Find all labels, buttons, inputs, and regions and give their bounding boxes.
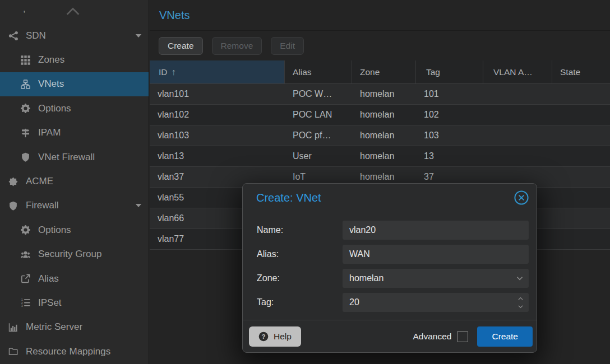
column-header-label: VLAN A… — [493, 67, 533, 77]
signpost-icon — [19, 128, 32, 138]
sidebar-item-sdn[interactable]: SDN — [0, 24, 149, 48]
shield-icon — [7, 201, 20, 211]
sidebar-item-acme[interactable]: ACME — [0, 169, 149, 193]
column-header-label: State — [560, 67, 580, 77]
sidebar-scroller[interactable]: , — [0, 0, 149, 24]
column-header-label: Alias — [293, 67, 312, 77]
cell-alias: POC LAN — [285, 105, 352, 125]
cell-id: vlan13 — [150, 146, 285, 166]
cell-vlan-a — [483, 125, 552, 146]
sort-ascending-indicator: ↑ — [172, 67, 176, 77]
spinner-down-icon[interactable] — [517, 303, 524, 310]
sidebar-item-label: Options — [38, 225, 71, 236]
advanced-label: Advanced — [413, 332, 452, 342]
sidebar-item-firewall[interactable]: Firewall — [0, 194, 149, 218]
cell-id: vlan101 — [150, 84, 285, 104]
name-input[interactable] — [343, 221, 529, 240]
column-header-tag[interactable]: Tag — [416, 60, 483, 83]
sidebar-item-label: Security Group — [38, 249, 101, 260]
sidebar-item-resource-mappings[interactable]: Resource Mappings — [0, 339, 149, 363]
sidebar-item-vnet-firewall[interactable]: VNet Firewall — [0, 145, 149, 169]
name-field-control — [343, 221, 529, 240]
shield-icon — [19, 152, 32, 162]
column-header-label: Tag — [426, 67, 440, 77]
sidebar-item-options[interactable]: Options — [0, 218, 149, 242]
sidebar-item-zones[interactable]: Zones — [0, 48, 149, 72]
sidebar-item-metric-server[interactable]: Metric Server — [0, 315, 149, 339]
sidebar-item-label: Firewall — [26, 200, 59, 211]
help-button[interactable]: ? Help — [249, 326, 301, 347]
external-link-icon — [19, 274, 32, 283]
tag-input[interactable] — [343, 293, 529, 312]
tag-field-label: Tag: — [257, 297, 343, 307]
column-header-vlan-a[interactable]: VLAN A… — [483, 60, 552, 83]
caret-down-icon[interactable] — [135, 202, 142, 209]
cell-alias: User — [285, 146, 352, 166]
zone-input[interactable] — [343, 269, 529, 288]
cell-tag: 13 — [416, 146, 483, 166]
chart-icon — [7, 323, 20, 332]
cell-id: vlan103 — [150, 125, 285, 146]
sidebar-item-label: IPSet — [38, 297, 62, 309]
number-spinner[interactable] — [517, 293, 524, 312]
cell-zone: homelan — [352, 146, 416, 166]
sidebar-item-label: Alias — [38, 273, 59, 284]
sidebar-item-options[interactable]: Options — [0, 96, 149, 120]
zone-field-control — [343, 269, 529, 288]
cell-state — [552, 167, 610, 187]
create-button[interactable]: Create — [159, 37, 203, 55]
sidebar-item-label: ACME — [26, 176, 53, 187]
form-field: Name: — [257, 221, 529, 240]
toolbar: CreateRemoveEdit — [150, 31, 610, 60]
cell-tag: 102 — [416, 105, 483, 125]
sidebar-item-ipset[interactable]: 123IPSet — [0, 291, 149, 315]
cell-state — [552, 125, 610, 146]
sidebar-item-vnets[interactable]: VNets — [0, 72, 149, 96]
form-field: Tag: — [257, 293, 529, 312]
cell-vlan-a — [483, 105, 552, 125]
advanced-checkbox[interactable] — [457, 331, 468, 342]
cell-zone: homelan — [352, 84, 416, 104]
list-ol-icon: 123 — [19, 298, 32, 307]
sidebar: , SDNZonesVNetsOptionsIPAMVNet FirewallA… — [0, 0, 149, 364]
spinner-up-icon[interactable] — [517, 295, 524, 302]
column-header-alias[interactable]: Alias — [285, 60, 352, 83]
form-field: Alias: — [257, 245, 529, 264]
close-icon[interactable] — [514, 190, 529, 206]
footer-right-group: Advanced Create — [413, 326, 533, 347]
caret-down-icon[interactable] — [135, 32, 142, 40]
chevron-up-icon[interactable] — [66, 4, 80, 18]
edit-button[interactable]: Edit — [271, 37, 304, 55]
sidebar-item-ipam[interactable]: IPAM — [0, 121, 149, 145]
cell-vlan-a — [483, 146, 552, 166]
column-header-label: Zone — [360, 67, 380, 77]
column-header-zone[interactable]: Zone — [352, 60, 416, 83]
cell-zone: homelan — [352, 105, 416, 125]
sitemap-icon — [19, 80, 32, 89]
remove-button[interactable]: Remove — [212, 37, 262, 55]
name-field-label: Name: — [257, 225, 343, 235]
dialog-header[interactable]: Create: VNet — [243, 184, 537, 212]
alias-input[interactable] — [343, 245, 529, 264]
create-submit-button[interactable]: Create — [477, 326, 533, 347]
sidebar-nav: SDNZonesVNetsOptionsIPAMVNet FirewallACM… — [0, 24, 149, 363]
cell-state — [552, 208, 610, 228]
table-row[interactable]: vlan102POC LANhomelan102 — [150, 105, 610, 125]
users-icon — [19, 250, 32, 259]
cell-vlan-a — [483, 84, 552, 104]
tag-field-control — [343, 293, 529, 312]
alias-field-control — [343, 245, 529, 264]
table-row[interactable]: vlan101POC W…homelan101 — [150, 84, 610, 105]
table-row[interactable]: vlan103POC pf…homelan103 — [150, 125, 610, 146]
column-header-label: ID — [159, 67, 168, 77]
table-row[interactable]: vlan13Userhomelan13 — [150, 146, 610, 167]
column-header-id[interactable]: ID↑ — [150, 60, 285, 83]
folder-icon — [7, 347, 20, 356]
chevron-down-icon[interactable] — [515, 269, 524, 288]
sidebar-item-alias[interactable]: Alias — [0, 267, 149, 291]
column-header-state[interactable]: State — [552, 60, 610, 83]
certificate-icon — [7, 177, 20, 186]
cell-alias: POC pf… — [285, 125, 352, 146]
cell-tag: 101 — [416, 84, 483, 104]
sidebar-item-security-group[interactable]: Security Group — [0, 242, 149, 267]
